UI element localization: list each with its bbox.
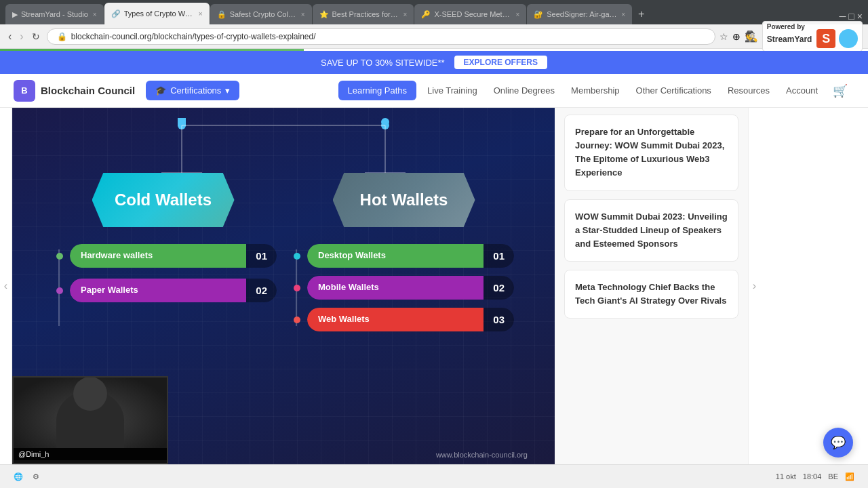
tab-label: SeedSigner: Air-gapped DIY... [547,10,618,18]
nav-other-certifications[interactable]: Other Certifications [628,81,719,100]
tab-favicon: 🔒 [217,10,226,19]
tab-favicon: ▶ [12,10,18,19]
tab-close-icon[interactable]: × [403,11,408,18]
battery-label: BE [828,472,838,481]
article-title-1: Prepare for an Unforgettable Journey: WO… [575,125,728,180]
back-button[interactable]: ‹ [5,29,14,44]
tab-xseed[interactable]: 🔑 X-SEED Secure Metal Seed P... × [414,4,526,24]
desktop-wallets-item: Desktop Wallets 01 [304,244,514,268]
cert-icon: 🎓 [155,85,166,96]
paper-wallets-item: Paper Wallets 02 [66,279,277,302]
time-label: 18:04 [803,472,822,481]
extension-icon: ⚙ [33,472,39,481]
chat-bubble-button[interactable]: 💬 [823,428,853,458]
hw-chip: Hardware wallets 01 [70,244,277,268]
article-card-1[interactable]: Prepare for an Unforgettable Journey: WO… [564,115,738,191]
footer-left: 🌐 ⚙ [14,472,39,481]
nav-online-degrees[interactable]: Online Degrees [486,81,563,100]
pw-dot [56,287,63,294]
dw-chip: Desktop Wallets 01 [307,244,514,268]
tab-label: StreamYard - Studio [21,10,88,18]
tab-close-icon[interactable]: × [515,11,519,18]
minimize-icon[interactable]: ─ [839,11,846,22]
nav-links: Learning Paths Live Training Online Degr… [338,79,854,103]
article-title-3: Meta Technology Chief Backs the Tech Gia… [575,281,728,308]
mw-chip: Mobile Wallets 02 [307,276,514,300]
hot-wallets-shape: Hot Wallets [333,173,475,227]
bookmark-icon[interactable]: ☆ [719,31,728,42]
address-bar[interactable]: 🔒 blockchain-council.org/blockchain/type… [47,28,715,45]
extension-icon1[interactable]: ⊕ [732,31,741,42]
tab-favicon: ⭐ [319,10,329,19]
streamyard-overlay: Powered byStreamYard S [762,21,863,52]
wifi-icon: 📶 [845,472,854,481]
chrome-logo: 🌐 [14,472,23,481]
promo-banner: SAVE UP TO 30% SITEWIDE** EXPLORE OFFERS [0,51,868,74]
cert-label: Certifications [170,85,221,96]
nav-learning-paths[interactable]: Learning Paths [338,81,416,100]
maximize-icon[interactable]: □ [848,11,854,22]
ww-chip: Web Wallets 03 [307,308,514,331]
pw-chip: Paper Wallets 02 [70,279,277,302]
logo-icon: B [14,80,35,102]
close-browser-icon[interactable]: × [857,11,863,22]
webcam-overlay: @Dimi_h [12,376,168,464]
right-sidebar: Prepare for an Unforgettable Journey: WO… [555,108,748,464]
lock-icon: 🔒 [57,32,67,41]
tab-favicon: 🔐 [534,10,543,19]
website-url-label: www.blockchain-council.org [436,451,528,459]
tab-safest-cold[interactable]: 🔒 Safest Crypto Cold Wallet |... × [210,4,312,24]
tab-label: Best Practices for Keeping S... [332,10,400,18]
cart-button[interactable]: 🛒 [826,79,854,103]
left-sidebar-arrow[interactable]: ‹ [0,108,12,464]
dw-dot [294,253,300,260]
navbar: B Blockchain Council 🎓 Certifications ▾ … [0,74,868,108]
tab-close-icon[interactable]: × [199,10,203,18]
explore-offers-button[interactable]: EXPLORE OFFERS [454,56,547,69]
hw-dot [56,253,63,260]
right-sidebar-arrow[interactable]: › [748,108,760,464]
tab-favicon: 🔗 [111,9,121,18]
nav-account[interactable]: Account [778,81,826,100]
tab-crypto-wallets[interactable]: 🔗 Types of Crypto Wallets Exp... × [104,3,210,24]
nav-live-training[interactable]: Live Training [419,81,486,100]
tab-favicon: 🔑 [421,10,431,19]
tab-streamyard[interactable]: ▶ StreamYard - Studio × [5,4,104,24]
incognito-icon: 🕵 [745,30,758,43]
promo-text: SAVE UP TO 30% SITEWIDE** [321,58,445,68]
browser-tabs: ▶ StreamYard - Studio × 🔗 Types of Crypt… [5,0,650,24]
cold-wallets-shape: Cold Wallets [92,173,235,227]
tab-label: Safest Crypto Cold Wallet |... [230,10,298,18]
tab-close-icon[interactable]: × [301,11,305,18]
tab-close-icon[interactable]: × [621,11,625,18]
forward-button[interactable]: › [17,29,26,44]
logo[interactable]: B Blockchain Council [14,80,135,102]
mobile-wallets-item: Mobile Wallets 02 [304,276,514,300]
nav-resources[interactable]: Resources [719,81,778,100]
mw-dot [294,285,300,291]
article-card-3[interactable]: Meta Technology Chief Backs the Tech Gia… [564,270,738,319]
ww-dot [294,317,300,323]
article-title-2: WOW Summit Dubai 2023: Unveiling a Star-… [575,210,728,251]
url-text: blockchain-council.org/blockchain/types-… [71,32,316,41]
chevron-down-icon: ▾ [225,85,230,96]
logo-text: Blockchain Council [41,85,135,96]
tab-seedsigner[interactable]: 🔐 SeedSigner: Air-gapped DIY... × [527,4,632,24]
hardware-wallets-item: Hardware wallets 01 [66,244,277,268]
date-label: 11 okt [776,472,796,481]
webcam-username: @Dimi_h [14,448,167,460]
chat-icon: 💬 [831,435,846,450]
tab-close-icon[interactable]: × [93,11,97,18]
tab-best-practices[interactable]: ⭐ Best Practices for Keeping S... × [313,4,414,24]
new-tab-button[interactable]: + [633,4,650,24]
web-wallets-item: Web Wallets 03 [304,308,514,331]
certifications-button[interactable]: 🎓 Certifications ▾ [146,81,239,100]
footer-right: 11 okt 18:04 BE 📶 [776,472,854,481]
refresh-button[interactable]: ↻ [29,30,43,43]
article-card-2[interactable]: WOW Summit Dubai 2023: Unveiling a Star-… [564,199,738,262]
infographic-container: Cold Wallets Hot Wallets [12,108,555,464]
tab-label: X-SEED Secure Metal Seed P... [434,10,512,18]
tab-label: Types of Crypto Wallets Exp... [124,9,194,18]
nav-membership[interactable]: Membership [563,81,628,100]
